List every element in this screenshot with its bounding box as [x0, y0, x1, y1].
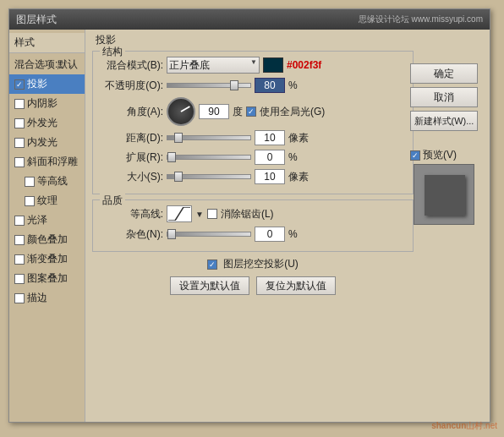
- section-title: 投影: [96, 34, 116, 46]
- sidebar-item-blend-options[interactable]: 混合选项:默认: [9, 55, 85, 74]
- sidebar-label-inner-glow: 内发光: [27, 135, 58, 150]
- ok-button[interactable]: 确定: [410, 63, 478, 84]
- highlight-color-text: #002f3f: [287, 59, 321, 71]
- spread-row: 扩展(R): 0 %: [100, 150, 406, 165]
- sidebar-label-texture: 纹理: [37, 194, 58, 208]
- spread-input[interactable]: 0: [255, 150, 285, 165]
- preview-image: [414, 164, 474, 225]
- noise-slider-thumb[interactable]: [167, 229, 176, 239]
- checkbox-inner-glow[interactable]: [14, 138, 25, 148]
- distance-slider-thumb[interactable]: [174, 133, 183, 143]
- checkbox-stroke[interactable]: [14, 293, 25, 303]
- blend-mode-select[interactable]: 正片叠底: [167, 57, 260, 74]
- layer-knockout-checkbox[interactable]: ✓: [207, 259, 217, 270]
- set-default-button[interactable]: 设置为默认值: [170, 276, 249, 295]
- sidebar-label-outer-glow: 外发光: [27, 116, 58, 130]
- title-bar: 图层样式 思缘设计论坛 www.missyupi.com: [9, 9, 490, 30]
- sidebar-label-inner-shadow: 内阴影: [27, 96, 58, 111]
- preview-checkbox[interactable]: ✓: [410, 150, 420, 161]
- spread-unit: %: [288, 151, 298, 163]
- checkbox-outer-glow[interactable]: [14, 118, 25, 128]
- sidebar-label-gradient-overlay: 渐变叠加: [27, 252, 68, 266]
- checkbox-inner-shadow[interactable]: [14, 99, 25, 109]
- opacity-unit: %: [288, 79, 298, 91]
- structure-group: 结构 混合模式(B): 正片叠底 #002f3f 不透明度(O):: [92, 51, 414, 194]
- opacity-input[interactable]: 80: [255, 78, 285, 93]
- angle-label: 角度(A):: [100, 105, 163, 119]
- contour-svg: [168, 207, 190, 221]
- sidebar-label-blend-options: 混合选项:默认: [14, 57, 78, 72]
- distance-slider[interactable]: [167, 135, 251, 140]
- contour-preview[interactable]: [167, 205, 192, 222]
- blend-mode-label: 混合模式(B):: [100, 58, 163, 73]
- checkbox-contour[interactable]: [25, 177, 35, 187]
- checkbox-color-overlay[interactable]: [14, 235, 25, 245]
- sidebar-item-satin[interactable]: 光泽: [9, 210, 85, 230]
- noise-row: 杂色(N): 0 %: [100, 227, 406, 242]
- watermark-title: 思缘设计论坛 www.missyupi.com: [359, 14, 483, 25]
- section-header-drop-shadow: 投影: [92, 33, 414, 47]
- checkbox-satin[interactable]: [14, 216, 25, 226]
- opacity-row: 不透明度(O): 80 %: [100, 78, 406, 93]
- spread-slider-thumb[interactable]: [167, 152, 176, 162]
- sidebar-item-texture[interactable]: 纹理: [9, 191, 85, 210]
- checkbox-texture[interactable]: [25, 196, 35, 206]
- sidebar-item-stroke[interactable]: 描边: [9, 288, 85, 308]
- checkbox-drop-shadow[interactable]: ✓: [14, 79, 25, 90]
- angle-row: 角度(A): 90 度 ✓ 使用全局光(G): [100, 97, 406, 126]
- size-slider-thumb[interactable]: [174, 172, 183, 182]
- opacity-label: 不透明度(O):: [100, 79, 163, 93]
- antialias-checkbox[interactable]: [207, 209, 217, 219]
- quality-group: 品质 等高线: ▼ 消除锯齿(L) 杂色(N):: [92, 199, 414, 252]
- sidebar-item-gradient-overlay[interactable]: 渐变叠加: [9, 249, 85, 269]
- noise-unit: %: [288, 228, 298, 240]
- sidebar-item-color-overlay[interactable]: 颜色叠加: [9, 230, 85, 249]
- distance-label: 距离(D):: [100, 131, 163, 145]
- right-buttons: 确定 取消 新建样式(W)... ✓ 预览(V): [410, 63, 478, 131]
- angle-input[interactable]: 90: [199, 104, 229, 119]
- global-light-checkbox[interactable]: ✓: [246, 107, 256, 117]
- main-window: 图层样式 思缘设计论坛 www.missyupi.com 样式 混合选项:默认 …: [8, 8, 490, 423]
- checkbox-pattern-overlay[interactable]: [14, 274, 25, 284]
- sidebar-item-inner-glow[interactable]: 内发光: [9, 133, 85, 152]
- noise-input[interactable]: 0: [255, 227, 285, 242]
- sidebar-item-bevel-emboss[interactable]: 斜面和浮雕: [9, 152, 85, 172]
- window-title: 图层样式: [16, 13, 57, 27]
- distance-input[interactable]: 10: [255, 130, 285, 145]
- spread-slider[interactable]: [167, 155, 251, 160]
- size-unit: 像素: [288, 170, 309, 184]
- noise-slider[interactable]: [167, 232, 251, 237]
- preview-area: ✓ 预览(V): [410, 148, 478, 225]
- reset-default-button[interactable]: 复位为默认值: [256, 276, 336, 295]
- checkbox-bevel-emboss[interactable]: [14, 157, 25, 167]
- sidebar-item-inner-shadow[interactable]: 内阴影: [9, 94, 85, 113]
- sidebar-label-stroke: 描边: [27, 291, 47, 305]
- contour-arrow[interactable]: ▼: [195, 210, 204, 219]
- cancel-button[interactable]: 取消: [410, 87, 478, 107]
- preview-text: 预览(V): [423, 148, 457, 162]
- sidebar-item-drop-shadow[interactable]: ✓ 投影: [9, 74, 85, 94]
- sidebar-label-contour: 等高线: [37, 174, 68, 188]
- antialias-label: 消除锯齿(L): [221, 207, 274, 221]
- sidebar-item-contour[interactable]: 等高线: [9, 172, 85, 191]
- size-slider[interactable]: [167, 174, 251, 179]
- structure-label: 结构: [100, 45, 125, 59]
- preview-label-row: ✓ 预览(V): [410, 148, 478, 162]
- opacity-slider-thumb[interactable]: [230, 80, 238, 90]
- watermark: shancun山村.net: [431, 420, 497, 432]
- checkbox-gradient-overlay[interactable]: [14, 254, 25, 265]
- noise-label: 杂色(N):: [100, 227, 163, 242]
- spread-label: 扩展(R):: [100, 150, 163, 165]
- layer-knockout-label: 图层挖空投影(U): [223, 257, 299, 271]
- new-style-button[interactable]: 新建样式(W)...: [410, 111, 478, 131]
- blend-color-swatch[interactable]: [263, 57, 283, 73]
- opacity-slider[interactable]: [167, 83, 251, 88]
- watermark-text: shancun山村.net: [431, 421, 497, 430]
- sidebar-label-pattern-overlay: 图案叠加: [27, 271, 68, 286]
- sidebar-label-bevel-emboss: 斜面和浮雕: [27, 155, 78, 169]
- size-row: 大小(S): 10 像素: [100, 169, 406, 184]
- size-input[interactable]: 10: [255, 169, 285, 184]
- sidebar-item-pattern-overlay[interactable]: 图案叠加: [9, 269, 85, 288]
- sidebar-item-outer-glow[interactable]: 外发光: [9, 113, 85, 133]
- angle-dial[interactable]: [167, 97, 195, 126]
